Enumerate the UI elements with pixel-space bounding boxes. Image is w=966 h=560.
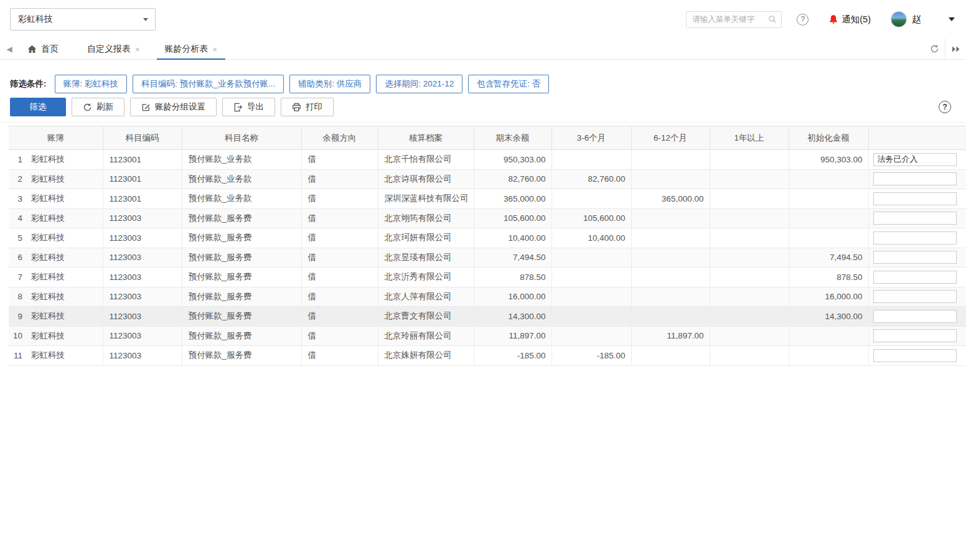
table-row[interactable]: 9 彩虹科技 1123003 预付账款_服务费 借 北京曹文有限公司 14,30…	[9, 307, 966, 327]
cell-6-12-months	[631, 150, 710, 170]
page-help-icon[interactable]: ?	[939, 101, 951, 113]
cell-init-amount: 7,494.50	[789, 248, 868, 268]
book-name: 彩虹科技	[31, 330, 65, 342]
cell-ending-balance: 950,303.00	[474, 150, 551, 170]
refresh-button[interactable]: 刷新	[72, 98, 124, 116]
note-input[interactable]	[873, 349, 957, 362]
search-icon	[768, 15, 777, 24]
cell-archive: 北京珂妍有限公司	[378, 228, 474, 248]
cell-note	[868, 208, 966, 228]
book-name: 彩虹科技	[31, 252, 65, 263]
help-icon[interactable]: ?	[797, 14, 809, 26]
row-number: 1	[9, 155, 22, 164]
cell-book: 6 彩虹科技	[9, 248, 103, 268]
row-number: 9	[9, 312, 22, 321]
table-row[interactable]: 8 彩虹科技 1123003 预付账款_服务费 借 北京人萍有限公司 16,00…	[9, 287, 966, 307]
header-name[interactable]: 科目名称	[182, 126, 301, 150]
table-row[interactable]: 1 彩虹科技 1123001 预付账款_业务款 借 北京千怡有限公司 950,3…	[9, 150, 966, 170]
table-row[interactable]: 11 彩虹科技 1123003 预付账款_服务费 借 北京姝妍有限公司 -185…	[9, 346, 966, 366]
print-button[interactable]: 打印	[281, 98, 334, 116]
cell-note	[868, 307, 966, 327]
print-icon	[292, 103, 301, 112]
close-icon[interactable]: ×	[135, 45, 140, 54]
cell-direction: 借	[301, 326, 378, 346]
filter-tag-draft-vouchers[interactable]: 包含暂存凭证: 否	[468, 75, 549, 93]
close-icon[interactable]: ×	[213, 45, 218, 54]
tab-aging-analysis[interactable]: 账龄分析表 ×	[157, 39, 226, 59]
header-archive[interactable]: 核算档案	[378, 126, 474, 150]
company-selector[interactable]: 彩虹科技	[10, 8, 156, 30]
table-header-row: 账簿 科目编码 科目名称 余额方向 核算档案 期末余额 3-6个月 6-12个月…	[9, 126, 966, 150]
header-direction[interactable]: 余额方向	[301, 126, 378, 150]
note-input[interactable]	[873, 192, 957, 205]
cell-account-code: 1123003	[103, 228, 182, 248]
note-input[interactable]	[873, 251, 957, 264]
cell-6-12-months	[631, 169, 710, 189]
cell-book: 5 彩虹科技	[9, 228, 103, 248]
note-input[interactable]	[873, 271, 957, 284]
header-6-12m[interactable]: 6-12个月	[631, 126, 710, 150]
table-row[interactable]: 5 彩虹科技 1123003 预付账款_服务费 借 北京珂妍有限公司 10,40…	[9, 228, 966, 248]
cell-3-6-months: 10,400.00	[551, 228, 631, 248]
aging-group-settings-button[interactable]: 账龄分组设置	[130, 98, 217, 116]
notifications-button[interactable]: 通知(5)	[828, 14, 871, 26]
note-input[interactable]	[873, 290, 957, 303]
tab-forward-icon[interactable]	[945, 39, 966, 59]
cell-3-6-months: -185.00	[551, 346, 631, 366]
header-init[interactable]: 初始化金额	[789, 126, 868, 150]
table-row[interactable]: 6 彩虹科技 1123003 预付账款_服务费 借 北京昱瑛有限公司 7,494…	[9, 248, 966, 268]
filter-tag-book[interactable]: 账簿: 彩虹科技	[55, 75, 128, 93]
tab-refresh-icon[interactable]	[924, 39, 945, 59]
header-book[interactable]: 账簿	[9, 126, 103, 150]
filter-tag-aux-category[interactable]: 辅助类别: 供应商	[289, 75, 370, 93]
user-menu-caret-icon[interactable]	[949, 17, 955, 21]
table-row[interactable]: 10 彩虹科技 1123003 预付账款_服务费 借 北京玲丽有限公司 11,8…	[9, 326, 966, 346]
note-input[interactable]	[873, 231, 957, 245]
tab-scroll-left-icon[interactable]: ◀	[0, 39, 19, 59]
cell-6-12-months: 365,000.00	[631, 189, 710, 209]
bell-icon	[828, 14, 838, 25]
cell-3-6-months	[551, 307, 631, 327]
filter-button[interactable]: 筛选	[10, 98, 66, 116]
cell-book: 11 彩虹科技	[9, 346, 103, 366]
table-row[interactable]: 2 彩虹科技 1123001 预付账款_业务款 借 北京诗琪有限公司 82,76…	[9, 169, 966, 189]
table-row[interactable]: 7 彩虹科技 1123003 预付账款_服务费 借 北京沂秀有限公司 878.5…	[9, 268, 966, 287]
tab-custom-reports[interactable]: 自定义报表 ×	[79, 39, 148, 59]
tab-home[interactable]: 首页	[19, 39, 70, 59]
export-button[interactable]: 导出	[222, 98, 275, 116]
user-avatar[interactable]	[891, 11, 907, 27]
home-icon	[27, 45, 37, 54]
note-input[interactable]	[873, 212, 957, 225]
note-input[interactable]	[873, 310, 957, 323]
cell-over-1-year	[710, 307, 789, 327]
menu-search-input[interactable]	[692, 15, 768, 24]
cell-archive: 北京千怡有限公司	[378, 150, 474, 170]
filter-tag-account-code[interactable]: 科目编码: 预付账款_业务款预付账...	[133, 75, 284, 93]
table-row[interactable]: 4 彩虹科技 1123003 预付账款_服务费 借 北京翊筠有限公司 105,6…	[9, 208, 966, 228]
cell-account-code: 1123001	[103, 150, 182, 170]
cell-account-code: 1123003	[103, 268, 182, 287]
menu-search-box[interactable]	[686, 11, 782, 28]
header-3-6m[interactable]: 3-6个月	[551, 126, 631, 150]
note-input[interactable]	[873, 172, 957, 185]
section-divider	[0, 122, 966, 123]
cell-book: 10 彩虹科技	[9, 326, 103, 346]
header-ending[interactable]: 期末余额	[474, 126, 551, 150]
cell-account-code: 1123001	[103, 169, 182, 189]
book-name: 彩虹科技	[31, 310, 65, 322]
book-name: 彩虹科技	[31, 213, 65, 224]
header-over-1y[interactable]: 1年以上	[710, 126, 789, 150]
note-input[interactable]	[873, 153, 957, 166]
cell-direction: 借	[301, 248, 378, 268]
table-row[interactable]: 3 彩虹科技 1123001 预付账款_业务款 借 深圳深蓝科技有限公司 365…	[9, 189, 966, 209]
cell-init-amount: 16,000.00	[789, 287, 868, 307]
cell-ending-balance: 10,400.00	[474, 228, 551, 248]
filter-tag-period[interactable]: 选择期间: 2021-12	[376, 75, 462, 93]
cell-book: 3 彩虹科技	[9, 189, 103, 209]
cell-over-1-year	[710, 208, 789, 228]
cell-6-12-months	[631, 228, 710, 248]
cell-book: 7 彩虹科技	[9, 268, 103, 287]
note-input[interactable]	[873, 329, 957, 342]
header-code[interactable]: 科目编码	[103, 126, 182, 150]
row-number: 11	[9, 351, 22, 360]
